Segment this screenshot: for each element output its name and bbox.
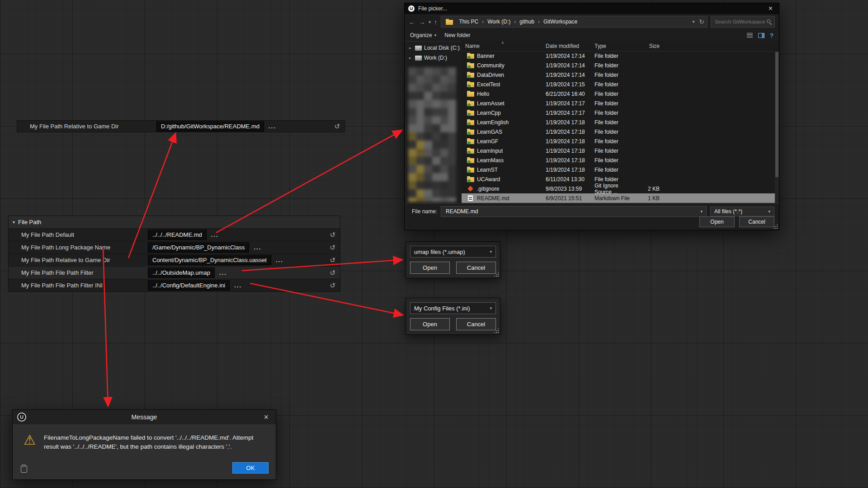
browse-ellipsis-button[interactable]: ...: [234, 282, 242, 289]
file-type-select[interactable]: All files (*.*) ▾: [710, 206, 774, 216]
preview-pane-icon[interactable]: [758, 33, 764, 38]
breadcrumb-item[interactable]: This PC: [457, 19, 481, 25]
column-label: Name: [465, 43, 480, 49]
ok-button[interactable]: OK: [232, 462, 269, 474]
browse-ellipsis-button[interactable]: ...: [269, 123, 276, 130]
sidebar-item-work-d[interactable]: ▸ Work (D:): [405, 53, 462, 63]
reset-to-default-icon[interactable]: ↺: [334, 122, 340, 131]
category-header[interactable]: ▾ File Path: [9, 216, 340, 228]
umap-file-filter-dialog: umap files (*.umap) ▾ Open Cancel: [406, 241, 500, 278]
file-row[interactable]: LearnAsset1/19/2024 17:17File folder: [462, 99, 775, 108]
file-row[interactable]: README.md6/9/2021 15:51Markdown File1 KB: [462, 193, 775, 203]
open-button[interactable]: Open: [410, 262, 450, 274]
cancel-button[interactable]: Cancel: [739, 216, 774, 227]
property-value-field[interactable]: D:/github/GitWorkspace/README.md: [156, 121, 264, 131]
browse-ellipsis-button[interactable]: ...: [276, 257, 283, 263]
open-button[interactable]: Open: [699, 216, 735, 227]
refresh-icon[interactable]: ↻: [699, 18, 704, 25]
column-header-name[interactable]: Name ∧: [462, 43, 546, 49]
vertical-scrollbar[interactable]: [775, 51, 779, 204]
file-name-input[interactable]: [445, 208, 698, 215]
browse-ellipsis-button[interactable]: ...: [211, 231, 219, 238]
file-type: File folder: [594, 129, 634, 135]
file-row[interactable]: ExcelTest1/19/2024 17:15File folder: [462, 80, 775, 89]
column-header-size[interactable]: Size: [634, 43, 663, 49]
file-row[interactable]: LearnCpp1/19/2024 17:17File folder: [462, 108, 775, 117]
back-icon[interactable]: ←: [409, 18, 415, 26]
file-name: LearnGF: [477, 138, 498, 145]
recent-locations-chevron-icon[interactable]: ▾: [429, 19, 431, 24]
file-row[interactable]: .gitignore9/8/2023 13:59Git Ignore Sourc…: [462, 184, 775, 193]
folder-git-icon: [467, 72, 474, 78]
close-icon[interactable]: ×: [766, 5, 775, 12]
navigation-bar: ← → ▾ ↑ This PC › Work (D:) › github › G…: [405, 14, 779, 29]
cancel-button[interactable]: Cancel: [456, 262, 496, 274]
file-date-modified: 1/19/2024 17:17: [546, 100, 594, 107]
file-type-filter-select[interactable]: umap files (*.umap) ▾: [410, 246, 496, 258]
file-picker-window: U File picker... × ← → ▾ ↑ This PC › Wor…: [404, 3, 779, 230]
file-row[interactable]: Hello6/21/2024 16:40File folder: [462, 89, 775, 99]
resize-grip[interactable]: [773, 224, 778, 229]
file-row[interactable]: LearnInput1/19/2024 17:18File folder: [462, 146, 775, 155]
column-header-type[interactable]: Type: [594, 43, 634, 49]
title-bar[interactable]: U File picker... ×: [405, 3, 779, 14]
search-icon: [766, 19, 772, 24]
file-date-modified: 6/9/2021 15:51: [546, 195, 594, 202]
chevron-down-icon[interactable]: ▾: [700, 209, 703, 214]
unreal-graph-canvas[interactable]: My File Path Relative to Game Dir D:/git…: [0, 0, 868, 488]
cancel-button[interactable]: Cancel: [456, 318, 496, 330]
change-view-icon[interactable]: [747, 33, 753, 38]
tree-chevron-icon[interactable]: ▸: [409, 46, 413, 50]
up-icon[interactable]: ↑: [434, 18, 438, 26]
file-row[interactable]: LearnST1/19/2024 17:18File folder: [462, 165, 775, 174]
property-value-field[interactable]: ../../Config/DefaultEngine.ini: [148, 280, 230, 291]
message-dialog: U Message × ⚠ FilenameToLongPackageName …: [12, 409, 276, 480]
file-row[interactable]: DataDriven1/19/2024 17:14File folder: [462, 70, 775, 80]
file-row[interactable]: Community1/19/2024 17:14File folder: [462, 61, 775, 70]
file-row[interactable]: Banner1/19/2024 17:14File folder: [462, 51, 775, 61]
column-header-date-modified[interactable]: Date modified: [546, 43, 594, 49]
open-button[interactable]: Open: [410, 318, 450, 330]
reset-to-default-icon[interactable]: ↺: [330, 231, 335, 239]
property-value-field[interactable]: ../../../README.md: [148, 230, 207, 240]
file-type: File folder: [594, 81, 634, 88]
resize-grip[interactable]: [494, 328, 499, 333]
scrollbar-thumb[interactable]: [775, 52, 778, 177]
breadcrumb-item[interactable]: GitWorkspace: [541, 19, 580, 25]
file-row[interactable]: LearnEnglish1/19/2024 17:18File folder: [462, 117, 775, 127]
reset-to-default-icon[interactable]: ↺: [330, 244, 335, 252]
expand-arrow-icon[interactable]: ▾: [13, 220, 15, 225]
close-icon[interactable]: ×: [261, 413, 271, 421]
resize-grip[interactable]: [494, 272, 499, 277]
breadcrumb-item[interactable]: Work (D:): [485, 19, 513, 25]
copy-to-clipboard-icon[interactable]: [21, 465, 27, 473]
new-folder-button[interactable]: New folder: [444, 32, 470, 38]
reset-to-default-icon[interactable]: ↺: [330, 282, 335, 290]
file-name-combobox[interactable]: ▾: [441, 206, 707, 217]
file-date-modified: 1/19/2024 17:14: [546, 72, 594, 78]
reset-to-default-icon[interactable]: ↺: [330, 256, 335, 264]
file-row[interactable]: LearnMass1/19/2024 17:18File folder: [462, 155, 775, 165]
search-box[interactable]: [711, 16, 775, 28]
tree-chevron-icon[interactable]: ▸: [409, 56, 413, 60]
file-row[interactable]: LearnGAS1/19/2024 17:18File folder: [462, 127, 775, 136]
drive-icon: [415, 46, 422, 51]
chevron-down-icon: ▾: [768, 209, 770, 214]
property-value-field[interactable]: ../../OutsideMap.umap: [148, 267, 215, 278]
file-row[interactable]: LearnGF1/19/2024 17:18File folder: [462, 136, 775, 146]
breadcrumb-item[interactable]: github: [517, 19, 537, 25]
browse-ellipsis-button[interactable]: ...: [254, 244, 261, 251]
browse-ellipsis-button[interactable]: ...: [219, 269, 227, 276]
title-bar[interactable]: U Message ×: [13, 410, 276, 424]
search-input[interactable]: [714, 19, 766, 25]
help-icon[interactable]: ?: [770, 32, 774, 39]
organize-menu[interactable]: Organize ▾: [410, 32, 436, 38]
forward-icon[interactable]: →: [419, 18, 425, 26]
file-type-filter-select[interactable]: My Config Files (*.ini) ▾: [410, 302, 496, 314]
reset-to-default-icon[interactable]: ↺: [330, 269, 335, 277]
sidebar-item-local-disk-c[interactable]: ▸ Local Disk (C:): [405, 43, 462, 53]
address-dropdown-icon[interactable]: ▾: [693, 19, 695, 24]
property-value-field[interactable]: Content/Dynamic/BP_DynamicClass.uasset: [148, 255, 271, 265]
breadcrumb-separator-icon: ›: [482, 19, 484, 25]
property-value-field[interactable]: /Game/Dynamic/BP_DynamicClass: [148, 242, 249, 253]
